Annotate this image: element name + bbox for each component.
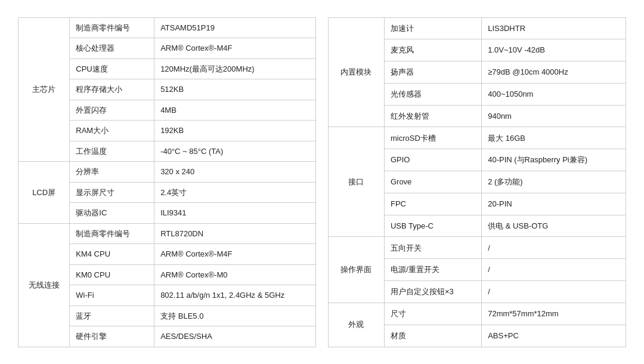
param-cell: RAM大小 bbox=[70, 121, 154, 141]
param-cell: 光传感器 bbox=[384, 83, 481, 105]
value-cell: 192KB bbox=[154, 121, 316, 141]
param-cell: microSD卡槽 bbox=[384, 127, 481, 149]
param-cell: 工作温度 bbox=[70, 141, 154, 162]
param-cell: 驱动器IC bbox=[70, 203, 154, 224]
value-cell: 940nm bbox=[482, 105, 626, 127]
param-cell: 麦克风 bbox=[384, 39, 481, 61]
category-cell: 操作界面 bbox=[329, 237, 385, 303]
value-cell: ARM® Cortex®-M4F bbox=[154, 244, 316, 265]
param-cell: KM4 CPU bbox=[70, 244, 154, 265]
value-cell: / bbox=[482, 281, 626, 303]
value-cell: 400~1050nm bbox=[482, 83, 626, 105]
value-cell: ARM® Cortex®-M0 bbox=[154, 264, 316, 285]
value-cell: 2 (多功能) bbox=[482, 171, 626, 193]
value-cell: 40-PIN (与Raspberry Pi兼容) bbox=[482, 149, 626, 171]
param-cell: FPC bbox=[384, 193, 481, 215]
value-cell: / bbox=[482, 237, 626, 259]
value-cell: 支持 BLE5.0 bbox=[154, 306, 316, 326]
param-cell: 材质 bbox=[384, 325, 481, 347]
value-cell: -40°C ~ 85°C (TA) bbox=[154, 141, 316, 162]
param-cell: 尺寸 bbox=[384, 303, 481, 325]
param-cell: Grove bbox=[384, 171, 481, 193]
value-cell: ARM® Cortex®-M4F bbox=[154, 38, 316, 59]
param-cell: Wi-Fi bbox=[70, 285, 154, 306]
category-cell: LCD屏 bbox=[18, 162, 70, 224]
param-cell: GPIO bbox=[384, 149, 481, 171]
category-cell: 外观 bbox=[329, 303, 385, 347]
param-cell: 五向开关 bbox=[384, 237, 481, 259]
param-cell: 电源/重置开关 bbox=[384, 259, 481, 281]
value-cell: RTL8720DN bbox=[154, 223, 316, 244]
value-cell: LIS3DHTR bbox=[482, 17, 626, 39]
param-cell: 核心处理器 bbox=[70, 38, 154, 59]
value-cell: 120MHz(最高可达200MHz) bbox=[154, 58, 316, 79]
param-cell: USB Type-C bbox=[384, 215, 481, 237]
value-cell: AES/DES/SHA bbox=[154, 326, 316, 347]
value-cell: ≥79dB @10cm 4000Hz bbox=[482, 61, 626, 84]
param-cell: 用户自定义按钮×3 bbox=[384, 281, 481, 303]
param-cell: 扬声器 bbox=[384, 61, 481, 84]
param-cell: 显示屏尺寸 bbox=[70, 182, 154, 203]
right-spec-table: 内置模块加速计LIS3DHTR麦克风1.0V~10V -42dB扬声器≥79dB… bbox=[328, 17, 626, 347]
param-cell: 加速计 bbox=[384, 17, 481, 39]
value-cell: 72mm*57mm*12mm bbox=[482, 303, 626, 325]
param-cell: 分辨率 bbox=[70, 162, 154, 183]
value-cell: 320 x 240 bbox=[154, 162, 316, 183]
value-cell: 最大 16GB bbox=[482, 127, 626, 149]
left-spec-table: 主芯片制造商零件编号ATSAMD51P19核心处理器ARM® Cortex®-M… bbox=[18, 17, 316, 347]
category-cell: 主芯片 bbox=[18, 17, 70, 162]
value-cell: 供电 & USB-OTG bbox=[482, 215, 626, 237]
value-cell: 4MB bbox=[154, 100, 316, 121]
value-cell: 1.0V~10V -42dB bbox=[482, 39, 626, 61]
param-cell: CPU速度 bbox=[70, 58, 154, 79]
category-cell: 内置模块 bbox=[329, 17, 385, 127]
value-cell: ILI9341 bbox=[154, 203, 316, 224]
param-cell: 蓝牙 bbox=[70, 306, 154, 326]
page-wrapper: 主芯片制造商零件编号ATSAMD51P19核心处理器ARM® Cortex®-M… bbox=[0, 5, 644, 359]
value-cell: ATSAMD51P19 bbox=[154, 17, 316, 38]
param-cell: 硬件引擎 bbox=[70, 326, 154, 347]
category-cell: 无线连接 bbox=[18, 223, 70, 347]
param-cell: 制造商零件编号 bbox=[70, 17, 154, 38]
param-cell: 程序存储大小 bbox=[70, 79, 154, 100]
param-cell: 制造商零件编号 bbox=[70, 223, 154, 244]
value-cell: ABS+PC bbox=[482, 325, 626, 347]
param-cell: 外置闪存 bbox=[70, 100, 154, 121]
param-cell: 红外发射管 bbox=[384, 105, 481, 127]
value-cell: 512KB bbox=[154, 79, 316, 100]
value-cell: 20-PIN bbox=[482, 193, 626, 215]
value-cell: 2.4英寸 bbox=[154, 182, 316, 203]
value-cell: 802.11 a/b/g/n 1x1, 2.4GHz & 5GHz bbox=[154, 285, 316, 306]
value-cell: / bbox=[482, 259, 626, 281]
param-cell: KM0 CPU bbox=[70, 264, 154, 285]
category-cell: 接口 bbox=[329, 127, 385, 237]
